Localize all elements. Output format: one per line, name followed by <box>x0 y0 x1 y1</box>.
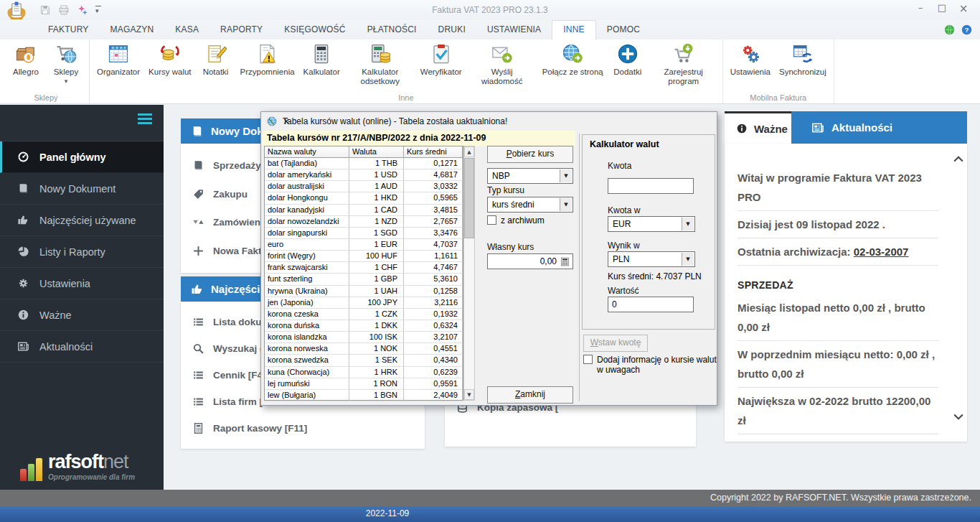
column-header-name[interactable]: Nazwa waluty <box>265 146 349 158</box>
rate-type-select[interactable]: kurs średni ▼ <box>487 197 573 213</box>
ribbon-button[interactable]: Sklepy ▾ <box>46 42 86 86</box>
panel-item[interactable]: Raport kasowy [F11] <box>181 422 425 434</box>
ribbon-button[interactable]: Przypomnienia <box>236 42 299 78</box>
combo-arrow-icon[interactable]: ▼ <box>560 198 572 211</box>
combo-arrow-icon[interactable]: ▼ <box>682 218 694 230</box>
ribbon-button-label: Organizator <box>97 67 140 77</box>
hamburger-menu-icon[interactable] <box>138 113 152 126</box>
scroll-up-icon[interactable] <box>951 152 966 167</box>
ribbon-button-label: Wyślij wiadomość <box>471 67 534 86</box>
sidebar-item[interactable]: Listy i Raporty <box>0 236 164 268</box>
currency-row[interactable]: bat (Tajlandia) 1 THB 0,1271 <box>265 158 463 169</box>
tab-aktualnosci[interactable]: Aktualności <box>791 111 967 144</box>
menu-tab-label: KASA <box>175 24 199 34</box>
amount-input[interactable] <box>608 178 694 194</box>
dialog-close-button[interactable]: × <box>283 116 710 126</box>
note-checkbox[interactable] <box>583 355 593 364</box>
combo-arrow-icon[interactable]: ▼ <box>560 169 572 182</box>
ribbon-button[interactable]: Ustawienia <box>726 42 775 78</box>
column-header-currency[interactable]: Waluta <box>349 146 404 158</box>
currency-row[interactable]: lew (Bułgaria) 1 BGN 2,4049 <box>265 390 463 401</box>
menu-tab[interactable]: KASA <box>164 20 209 39</box>
ribbon-button-icon <box>159 43 181 65</box>
fetch-rate-button[interactable]: Pobierz kurs <box>487 146 573 163</box>
currency-row[interactable]: korona duńska 1 DKK 0,6324 <box>265 320 463 332</box>
currency-row[interactable]: korona czeska 1 CZK 0,1932 <box>265 309 463 320</box>
ribbon-button[interactable]: Allegro ▾ <box>6 42 46 78</box>
ribbon-button[interactable]: Organizator <box>93 42 144 78</box>
close-window-button[interactable]: × <box>956 2 971 15</box>
sidebar-item[interactable]: Najczęściej używane <box>0 205 164 236</box>
menu-tab[interactable]: DRUKI <box>428 20 476 39</box>
close-dialog-button[interactable]: Zamknij <box>487 386 573 404</box>
table-scrollbar[interactable]: ▲ ▼ <box>463 146 475 401</box>
ribbon-button[interactable]: Dodatki <box>608 42 648 78</box>
currency-row[interactable]: korona norweska 1 NOK 0,4551 <box>265 343 463 355</box>
currency-row[interactable]: korona islandzka 100 ISK 3,2107 <box>265 332 463 343</box>
ribbon-button[interactable]: Kalkulator odsetkowy <box>344 42 416 88</box>
insert-amount-button[interactable]: Wstaw kwotę <box>583 335 648 352</box>
ribbon-button[interactable]: Kursy walut <box>144 42 195 78</box>
currency-row[interactable]: hrywna (Ukraina) 1 UAH 0,1258 <box>265 286 463 297</box>
scrollbar-up-arrow[interactable]: ▲ <box>464 146 474 157</box>
ribbon-button[interactable]: Kalkulator <box>299 42 344 78</box>
column-header-rate[interactable]: Kurs średni <box>404 146 463 158</box>
currency-row[interactable]: dolar australijski 1 AUD 3,0332 <box>265 181 463 192</box>
ribbon-button[interactable]: Wyślij wiadomość <box>466 42 538 88</box>
ribbon-button[interactable]: Weryfikator <box>416 42 466 78</box>
menu-tab[interactable]: KSIĘGOWOŚĆ <box>273 20 356 39</box>
scrollbar-thumb[interactable] <box>464 158 474 238</box>
currency-row[interactable]: kuna (Chorwacja) 1 HRK 0,6239 <box>265 367 463 378</box>
scroll-down-icon[interactable] <box>951 409 966 424</box>
online-globe-icon[interactable] <box>943 24 956 36</box>
own-rate-input[interactable]: 0,00 <box>487 253 573 269</box>
combo-arrow-icon[interactable]: ▼ <box>682 253 694 266</box>
ribbon-button[interactable]: Zarejestruj program <box>648 42 720 88</box>
ribbon-button[interactable]: Synchronizuj <box>775 42 831 78</box>
sidebar-item[interactable]: Panel główny <box>0 141 164 173</box>
menu-tab[interactable]: MAGAZYN <box>100 20 165 39</box>
sidebar-item[interactable]: Nowy Dokument <box>0 173 164 205</box>
currency-row[interactable]: dolar kanadyjski 1 CAD 3,4815 <box>265 205 463 216</box>
menu-tab[interactable]: PŁATNOŚCI <box>357 20 428 39</box>
ribbon-button-label: Przypomnienia <box>240 67 295 77</box>
currency-row[interactable]: funt szterling 1 GBP 5,3610 <box>265 274 463 285</box>
menu-tab[interactable]: POMOC <box>596 20 651 39</box>
minimize-button[interactable]: – <box>913 2 928 13</box>
tab-wazne[interactable]: Ważne <box>725 111 791 144</box>
maximize-button[interactable]: □ <box>934 2 950 13</box>
currency-row[interactable]: dolar singapurski 1 SGD 3,3476 <box>265 228 463 239</box>
currency-row[interactable]: frank szwajcarski 1 CHF 4,7467 <box>265 262 463 274</box>
value-input[interactable] <box>608 297 694 312</box>
currency-row[interactable]: korona szwedzka 1 SEK 0,4340 <box>265 355 463 366</box>
menu-tab[interactable]: USTAWIENIA <box>476 20 552 39</box>
currency-name: forint (Węgry) <box>265 251 349 262</box>
currency-row[interactable]: dolar amerykański 1 USD 4,6817 <box>265 169 463 181</box>
sidebar-item[interactable]: Ustawienia <box>0 268 164 299</box>
menu-tab[interactable]: RAPORTY <box>209 20 273 39</box>
menu-tab[interactable]: INNE <box>552 20 595 39</box>
currency-row[interactable]: euro 1 EUR 4,7037 <box>265 239 463 251</box>
archive-date-link[interactable]: 02-03-2007 <box>854 246 909 258</box>
currency-out-select[interactable]: PLN ▼ <box>608 251 695 267</box>
scrollbar-down-arrow[interactable]: ▼ <box>464 389 474 400</box>
currency-row[interactable]: jen (Japonia) 100 JPY 3,2116 <box>265 297 463 309</box>
currency-name: korona norweska <box>265 343 349 355</box>
source-select[interactable]: NBP ▼ <box>487 168 573 184</box>
title-bar: ▾ Faktura VAT 2023 PRO 23.1.3 – □ × <box>0 0 980 20</box>
ribbon-button[interactable]: Połącz ze stroną <box>538 42 608 78</box>
menu-tab[interactable]: FAKTURY <box>37 20 100 39</box>
dropdown-caret-icon[interactable]: ▾ <box>65 78 68 85</box>
calculator-mini-icon[interactable] <box>560 257 570 266</box>
archive-checkbox[interactable] <box>487 215 496 225</box>
currency-row[interactable]: dolar nowozelandzki 1 NZD 2,7657 <box>265 216 463 228</box>
currency-in-select[interactable]: EUR ▼ <box>608 216 695 232</box>
sidebar-item[interactable]: Aktualności <box>0 331 164 363</box>
currency-row[interactable]: forint (Węgry) 100 HUF 1,1611 <box>265 251 463 262</box>
currency-row[interactable]: dolar Hongkongu 1 HKD 0,5965 <box>265 192 463 204</box>
help-icon[interactable] <box>961 24 973 36</box>
sidebar-item[interactable]: Ważne <box>0 299 164 331</box>
currency-row[interactable]: lej rumuński 1 RON 0,9591 <box>265 378 463 390</box>
ribbon-button[interactable]: Notatki <box>196 42 236 78</box>
sales-line: Największa w 02-2022 brutto 12200,00 zł <box>738 391 938 430</box>
